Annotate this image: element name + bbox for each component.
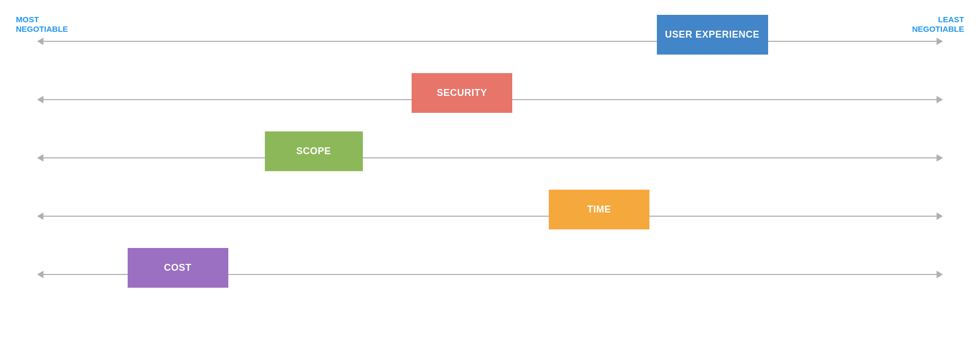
arrow-left-icon xyxy=(37,154,43,162)
category-label-time: TIME xyxy=(587,204,611,215)
category-label-user-experience: USER EXPERIENCE xyxy=(665,29,760,40)
arrow-row-1 xyxy=(42,36,938,47)
arrow-right-icon xyxy=(937,38,943,45)
category-box-time[interactable]: TIME xyxy=(549,190,649,229)
arrow-right-icon xyxy=(937,96,943,103)
least-negotiable-label: LEASTNEGOTIABLE xyxy=(912,15,964,34)
negotiability-chart: MOSTNEGOTIABLE LEASTNEGOTIABLE USER EXPE… xyxy=(0,0,980,355)
arrow-left-icon xyxy=(37,96,43,103)
arrow-row-3 xyxy=(42,153,938,163)
arrow-left-icon xyxy=(37,271,43,278)
arrow-left-icon xyxy=(37,212,43,220)
category-label-security: SECURITY xyxy=(436,87,487,99)
category-label-cost: COST xyxy=(164,262,191,273)
arrow-right-icon xyxy=(937,212,943,220)
arrow-left-icon xyxy=(37,38,43,45)
category-box-user-experience[interactable]: USER EXPERIENCE xyxy=(657,15,768,55)
category-box-security[interactable]: SECURITY xyxy=(412,73,512,113)
category-label-scope: SCOPE xyxy=(296,146,331,157)
category-box-cost[interactable]: COST xyxy=(128,248,228,288)
most-negotiable-label: MOSTNEGOTIABLE xyxy=(16,15,68,34)
arrow-row-4 xyxy=(42,211,938,221)
category-box-scope[interactable]: SCOPE xyxy=(265,131,363,171)
arrow-right-icon xyxy=(937,271,943,278)
arrow-right-icon xyxy=(937,154,943,162)
